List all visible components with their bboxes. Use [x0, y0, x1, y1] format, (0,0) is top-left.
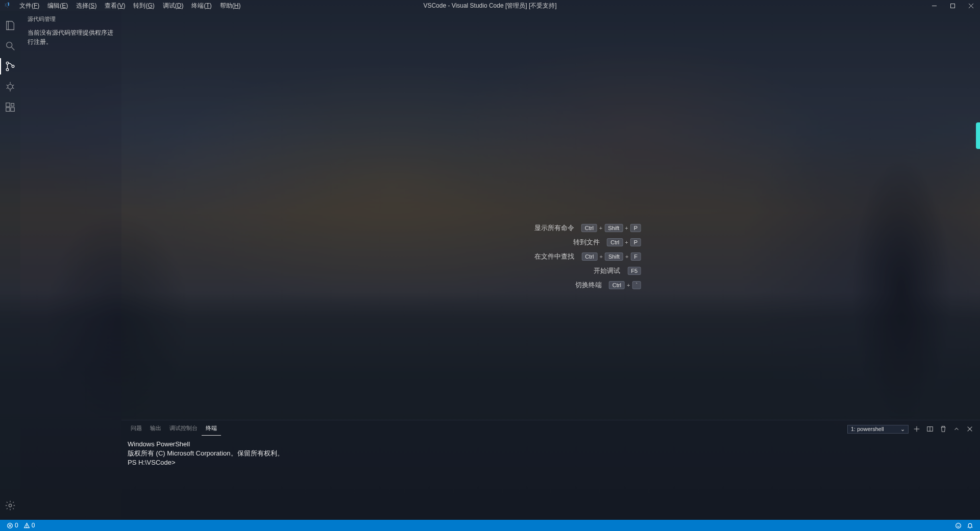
- key: Ctrl: [609, 281, 625, 289]
- explorer-icon[interactable]: [0, 15, 20, 36]
- hint-label: 在文件中查找: [528, 252, 574, 261]
- status-warnings[interactable]: 0: [21, 522, 38, 529]
- svg-line-14: [7, 88, 8, 89]
- menu-d[interactable]: 调试(D): [159, 1, 188, 11]
- status-feedback-icon[interactable]: [952, 522, 964, 529]
- svg-rect-1: [950, 4, 954, 8]
- main-area: 源代码管理 当前没有源代码管理提供程序进行注册。 显示所有命令Ctrl+Shif…: [0, 11, 980, 520]
- svg-point-4: [7, 42, 12, 48]
- window-controls: [925, 0, 980, 11]
- new-terminal-button[interactable]: [912, 424, 922, 434]
- plus-separator: +: [625, 254, 628, 260]
- status-errors-count: 0: [15, 522, 18, 529]
- key: F5: [627, 267, 641, 275]
- maximize-button[interactable]: [943, 0, 962, 11]
- extensions-icon[interactable]: [0, 97, 20, 117]
- svg-point-32: [956, 523, 961, 528]
- panel-tabs: 问题输出调试控制台终端 1: powershell ⌄: [121, 420, 980, 436]
- svg-rect-19: [11, 104, 14, 107]
- svg-point-9: [8, 84, 12, 89]
- hint-keys: Ctrl+`: [609, 281, 641, 289]
- key: F: [630, 252, 641, 261]
- hint-keys: Ctrl+Shift+P: [581, 224, 641, 232]
- panel-tab[interactable]: 输出: [146, 422, 165, 436]
- hint-label: 切换终端: [556, 281, 602, 290]
- plus-separator: +: [599, 254, 602, 260]
- hint-label: 开始调试: [574, 266, 620, 275]
- svg-rect-16: [6, 103, 10, 107]
- key: Shift: [604, 224, 623, 232]
- statusbar: 0 0: [0, 520, 980, 531]
- hint-label: 转到文件: [554, 238, 600, 247]
- kill-terminal-button[interactable]: [938, 424, 948, 434]
- panel-tab[interactable]: 问题: [127, 422, 146, 436]
- svg-rect-18: [11, 108, 14, 111]
- key: Ctrl: [607, 238, 623, 246]
- status-warnings-count: 0: [32, 522, 35, 529]
- key: Ctrl: [581, 252, 597, 261]
- svg-line-12: [7, 85, 8, 86]
- svg-line-13: [13, 85, 14, 86]
- menu-t[interactable]: 终端(T): [187, 1, 215, 11]
- menu-h[interactable]: 帮助(H): [216, 1, 245, 11]
- search-icon[interactable]: [0, 36, 20, 56]
- status-errors[interactable]: 0: [4, 522, 21, 529]
- terminal-selector-label: 1: powershell: [851, 426, 884, 432]
- menu-s[interactable]: 选择(S): [72, 1, 101, 11]
- menu-v[interactable]: 查看(V): [101, 1, 129, 11]
- terminal-line: Windows PowerShell: [128, 440, 974, 449]
- activity-bar: [0, 11, 20, 520]
- key: Ctrl: [581, 224, 597, 232]
- key: P: [630, 224, 641, 232]
- sidebar-message: 当前没有源代码管理提供程序进行注册。: [28, 28, 114, 46]
- minimize-button[interactable]: [925, 0, 943, 11]
- bottom-panel: 问题输出调试控制台终端 1: powershell ⌄ Windows Powe…: [121, 420, 980, 520]
- window-title: VSCode - Visual Studio Code [管理员] [不受支持]: [423, 2, 556, 10]
- maximize-panel-button[interactable]: [951, 424, 962, 434]
- plus-separator: +: [625, 225, 628, 231]
- split-terminal-button[interactable]: [925, 424, 935, 434]
- plus-separator: +: [625, 239, 628, 245]
- titlebar: 文件(F)编辑(E)选择(S)查看(V)转到(G)调试(D)终端(T)帮助(H)…: [0, 0, 980, 11]
- welcome-hints: 显示所有命令Ctrl+Shift+P转到文件Ctrl+P在文件中查找Ctrl+S…: [528, 223, 641, 290]
- panel-tab[interactable]: 终端: [202, 422, 221, 436]
- sidebar-title: 源代码管理: [28, 15, 114, 23]
- close-panel-button[interactable]: [965, 424, 975, 434]
- panel-tab[interactable]: 调试控制台: [165, 422, 202, 436]
- close-button[interactable]: [962, 0, 980, 11]
- hint-row: 在文件中查找Ctrl+Shift+F: [528, 252, 641, 261]
- settings-gear-icon[interactable]: [0, 495, 20, 516]
- terminal-body[interactable]: Windows PowerShell版权所有 (C) Microsoft Cor…: [121, 436, 980, 520]
- key: P: [630, 238, 641, 246]
- svg-point-20: [9, 504, 12, 507]
- svg-point-6: [6, 62, 9, 64]
- hint-keys: Ctrl+Shift+F: [581, 252, 641, 261]
- source-control-icon[interactable]: [0, 56, 20, 77]
- svg-line-15: [13, 88, 14, 89]
- terminal-line: 版权所有 (C) Microsoft Corporation。保留所有权利。: [128, 449, 974, 458]
- svg-point-7: [6, 68, 9, 71]
- hint-row: 显示所有命令Ctrl+Shift+P: [528, 223, 641, 233]
- status-bell-icon[interactable]: [964, 522, 976, 529]
- terminal-line: PS H:\VSCode>: [128, 458, 974, 467]
- svg-point-33: [957, 525, 958, 525]
- menu-f[interactable]: 文件(F): [15, 1, 43, 11]
- hint-keys: Ctrl+P: [607, 238, 641, 246]
- side-floating-tab[interactable]: [976, 122, 980, 149]
- key: Shift: [605, 252, 623, 261]
- svg-point-31: [27, 527, 27, 527]
- svg-point-8: [12, 65, 14, 68]
- editor-area: 显示所有命令Ctrl+Shift+P转到文件Ctrl+P在文件中查找Ctrl+S…: [121, 11, 980, 520]
- svg-point-34: [959, 525, 960, 525]
- terminal-selector[interactable]: 1: powershell ⌄: [847, 425, 909, 434]
- key: `: [632, 281, 641, 289]
- debug-icon[interactable]: [0, 77, 20, 97]
- menu-e[interactable]: 编辑(E): [43, 1, 72, 11]
- plus-separator: +: [627, 282, 630, 288]
- hint-row: 开始调试F5: [528, 266, 641, 275]
- vscode-logo-icon: [0, 2, 15, 9]
- hint-keys: F5: [627, 267, 641, 275]
- menu-g[interactable]: 转到(G): [129, 1, 158, 11]
- hint-label: 显示所有命令: [528, 223, 574, 233]
- hint-row: 转到文件Ctrl+P: [528, 238, 641, 247]
